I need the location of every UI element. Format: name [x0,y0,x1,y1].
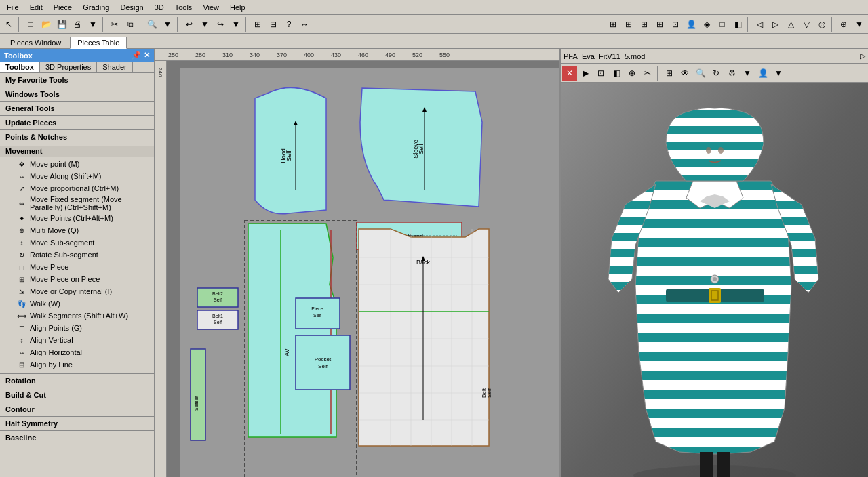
3d-tools-btn[interactable]: ⊞ [662,66,677,81]
tab-toolbox[interactable]: Toolbox [0,62,40,72]
divider-hs [0,430,154,431]
canvas-main[interactable]: Hood Self Sleeve Self Waistband Self [167,61,559,477]
menu-edit[interactable]: Edit [24,2,48,13]
tool-align-horizontal[interactable]: ↔ Align Horizontal [0,346,154,358]
tool-move-proportional[interactable]: ⤢ Move proportional (Ctrl+M) [0,182,154,194]
tool-move-copy-internal[interactable]: ⇲ Move or Copy internal (I) [0,285,154,297]
grid-btn-2[interactable]: ⊞ [621,17,636,32]
3d-play-btn[interactable]: ✕ [562,66,577,81]
tool-rotate-subsegment[interactable]: ↻ Rotate Sub-segment [0,249,154,261]
menu-grading[interactable]: Grading [77,2,115,13]
transform-btn[interactable]: ⊞ [250,17,265,32]
tool-move-points[interactable]: ✦ Move Points (Ctrl+Alt+M) [0,212,154,224]
tool-move-piece-on-piece[interactable]: ⊞ Move Piece on Piece [0,273,154,285]
3d-opt-btn[interactable]: ⚙ [724,66,739,81]
save-btn[interactable]: 💾 [54,17,69,32]
copy-btn[interactable]: ⧉ [123,17,138,32]
tab-pieces-table[interactable]: Pieces Table [70,37,127,49]
grid-btn-3[interactable]: ⊞ [637,17,652,32]
tool-align-points[interactable]: ⊤ Align Points (G) [0,322,154,334]
3d-view-btn[interactable]: 👁 [677,66,692,81]
view-btn-4[interactable]: ▽ [799,17,814,32]
render-btn-3[interactable]: ◧ [730,17,745,32]
section-half-symmetry[interactable]: Half Symmetry [0,418,154,429]
tool-move-subsegment[interactable]: ↕ Move Sub-segment [0,236,154,249]
divider-bc [0,402,154,402]
3d-rotate-btn[interactable]: ↻ [709,66,724,81]
grid-btn-4[interactable]: ⊞ [652,17,667,32]
3d-btn-3[interactable]: ⊡ [593,66,608,81]
3d-btn-2[interactable]: ▶ [578,66,593,81]
menu-view[interactable]: View [197,2,224,13]
tool-walk[interactable]: 👣 Walk (W) [0,297,154,310]
align-btn[interactable]: ⊟ [266,17,281,32]
cut-btn[interactable]: ✂ [107,17,122,32]
menu-help[interactable]: Help [224,2,251,13]
menu-tools[interactable]: Tools [170,2,198,13]
3d-zoom-btn[interactable]: 🔍 [693,66,708,81]
right-panel-collapse-icon[interactable]: ▷ [860,51,865,60]
tool-move-point[interactable]: ✥ Move point (M) [0,158,154,170]
tab-pieces-window[interactable]: Pieces Window [3,37,68,48]
tool-multi-move[interactable]: ⊕ Multi Move (Q) [0,224,154,236]
3d-btn-4[interactable]: ◧ [609,66,624,81]
open-btn[interactable]: 📂 [39,17,54,32]
section-windows-tools[interactable]: Windows Tools [0,89,154,100]
menu-3d[interactable]: 3D [149,2,170,13]
grid-btn-1[interactable]: ⊞ [606,17,620,32]
tool-walk-segments[interactable]: ⟺ Walk Segments (Shift+Alt+W) [0,310,154,322]
section-points-notches[interactable]: Points & Notches [0,131,154,142]
section-build-cut[interactable]: Build & Cut [0,390,154,400]
tool-align-vertical[interactable]: ↕ Align Vertical [0,334,154,346]
tab-3d-properties[interactable]: 3D Properties [40,62,97,72]
tool-move-piece[interactable]: ◻ Move Piece [0,261,154,273]
view-btn-1[interactable]: ◁ [752,17,767,32]
menu-file[interactable]: File [1,2,24,13]
mannequin-btn[interactable]: 👤 [684,17,698,32]
zoom-btn[interactable]: 🔍 [144,17,159,32]
print-opt-btn[interactable]: ▼ [85,17,100,32]
section-update-pieces[interactable]: Update Pieces [0,117,154,128]
render-btn-2[interactable]: □ [715,17,730,32]
toolbox-pin-icon[interactable]: 📌 [132,51,141,60]
view-btn-2[interactable]: ▷ [768,17,783,32]
view-btn-3[interactable]: △ [783,17,798,32]
section-general-tools[interactable]: General Tools [0,103,154,114]
tool-align-by-line[interactable]: ⊟ Align by Line [0,358,154,371]
toolbox-close-icon[interactable]: ✕ [144,51,150,60]
redo-opt-btn[interactable]: ▼ [229,17,243,32]
3d-btn-6[interactable]: ✂ [640,66,655,81]
mannequin-view[interactable]: Size: 6 [561,83,868,477]
3d-btn-5[interactable]: ⊕ [625,66,639,81]
zoom-opt-btn[interactable]: ▼ [160,17,175,32]
grid-btn-5[interactable]: ⊡ [668,17,683,32]
right-panel-3d-content[interactable]: Size: 6 [561,83,868,477]
select-tool-btn[interactable]: ↖ [1,17,16,32]
undo-btn[interactable]: ↩ [182,17,197,32]
separator-5 [245,17,248,32]
extra-r-btn[interactable]: ⊕ [836,17,851,32]
3d-extra-btn2[interactable]: ▼ [771,66,786,81]
section-baseline[interactable]: Baseline [0,432,154,443]
help-btn[interactable]: ? [281,17,296,32]
undo-opt-btn[interactable]: ▼ [197,17,212,32]
print-btn[interactable]: 🖨 [70,17,85,32]
extra-btn[interactable]: ↔ [297,17,312,32]
3d-opt-btn2[interactable]: ▼ [740,66,755,81]
svg-rect-89 [663,126,768,134]
ruler-label-370: 370 [277,51,287,58]
view-btn-5[interactable]: ◎ [814,17,829,32]
render-btn-1[interactable]: ◈ [699,17,714,32]
menu-design[interactable]: Design [115,2,149,13]
tool-move-fixed-segment[interactable]: ⇔ Move Fixed segment (Move Parallelly) (… [0,194,154,212]
extra-r-btn2[interactable]: ▼ [852,17,867,32]
menu-piece[interactable]: Piece [48,2,78,13]
section-favorite-tools[interactable]: My Favorite Tools [0,75,154,85]
tool-move-along[interactable]: ↔ Move Along (Shift+M) [0,170,154,182]
redo-btn[interactable]: ↪ [213,17,228,32]
tab-shader[interactable]: Shader [97,62,132,72]
section-rotation[interactable]: Rotation [0,375,154,386]
3d-extra-btn[interactable]: 👤 [755,66,770,81]
new-btn[interactable]: □ [23,17,38,32]
section-contour[interactable]: Contour [0,404,154,415]
